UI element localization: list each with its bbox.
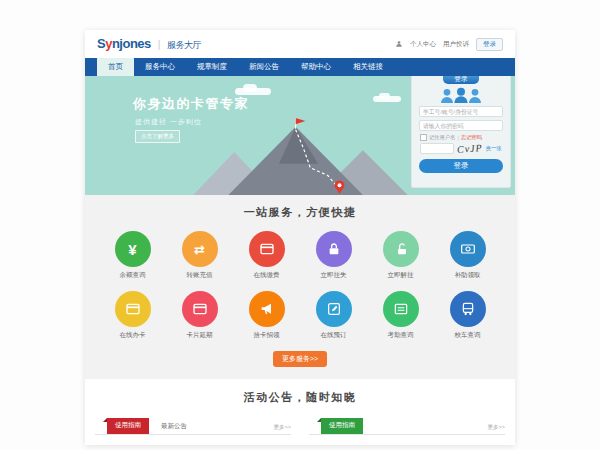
users-icon bbox=[439, 87, 483, 103]
news-panel: 使用指南 最新公告 更多>> bbox=[95, 415, 291, 435]
mountain-illustration bbox=[193, 117, 408, 195]
password-input[interactable] bbox=[419, 120, 503, 131]
edit-icon bbox=[316, 291, 352, 327]
site-header: Synjones | 服务大厅 个人中心 用户投诉 登录 bbox=[85, 30, 515, 58]
user-feedback-link[interactable]: 用户投诉 bbox=[443, 40, 469, 49]
nav-item-home[interactable]: 首页 bbox=[97, 58, 134, 76]
hero-banner: 你身边的卡管专家 提供捷径 一步到位 点击了解更多 登录 记住用户名 | 忘记密… bbox=[85, 76, 515, 195]
services-section: 一站服务，方便快捷 ¥ 余额查询 ⇄ 转账充值 在线缴费 立即挂失 bbox=[85, 195, 515, 379]
captcha-input[interactable] bbox=[420, 143, 454, 154]
service-hall-page: Synjones | 服务大厅 个人中心 用户投诉 登录 首页 服务中心 规章制… bbox=[85, 30, 515, 445]
nav-item-service-center[interactable]: 服务中心 bbox=[134, 58, 186, 76]
captcha-refresh-link[interactable]: 换一张 bbox=[486, 145, 502, 152]
usage-guide-ribbon[interactable]: 使用指南 bbox=[107, 418, 149, 434]
login-panel: 登录 记住用户名 | 忘记密码 CvJP 换一张 登录 bbox=[411, 76, 511, 188]
main-nav: 首页 服务中心 规章制度 新闻公告 帮助中心 相关链接 bbox=[85, 58, 515, 76]
captcha-image: CvJP bbox=[457, 142, 483, 155]
synjones-logo[interactable]: Synjones | 服务大厅 bbox=[97, 36, 201, 52]
nav-item-news[interactable]: 新闻公告 bbox=[238, 58, 290, 76]
logo-accent: y bbox=[105, 36, 112, 51]
usage-guide-ribbon[interactable]: 使用指南 bbox=[321, 418, 363, 434]
personal-center-link[interactable]: 个人中心 bbox=[410, 40, 436, 49]
latest-news-tab[interactable]: 最新公告 bbox=[161, 422, 187, 434]
service-online-card-apply[interactable]: 在线办卡 bbox=[99, 291, 166, 340]
service-unfreeze-card[interactable]: 立即解挂 bbox=[367, 231, 434, 280]
banknote-icon bbox=[450, 231, 486, 267]
username-input[interactable] bbox=[419, 106, 503, 117]
announcements-section: 活动公告，随时知晓 使用指南 最新公告 更多>> 使用指南 更多>> bbox=[85, 379, 515, 445]
logo-divider: | bbox=[158, 39, 160, 50]
more-services-button[interactable]: 更多服务>> bbox=[273, 351, 327, 367]
announcements-heading: 活动公告，随时知晓 bbox=[85, 390, 515, 405]
hero-subtitle: 提供捷径 一步到位 bbox=[135, 117, 202, 127]
service-online-payment[interactable]: 在线缴费 bbox=[233, 231, 300, 280]
news-more-link[interactable]: 更多>> bbox=[274, 424, 291, 434]
login-submit-button[interactable]: 登录 bbox=[419, 159, 503, 173]
announcement-panels: 使用指南 最新公告 更多>> 使用指南 更多>> bbox=[95, 415, 505, 435]
service-balance-query[interactable]: ¥ 余额查询 bbox=[99, 231, 166, 280]
remember-row: 记住用户名 | 忘记密码 bbox=[420, 134, 502, 141]
logo-text-rest: njones bbox=[112, 36, 151, 51]
bank-card-icon bbox=[182, 291, 218, 327]
remember-label: 记住用户名 bbox=[429, 134, 455, 141]
remember-divider: | bbox=[457, 135, 458, 141]
unlock-icon bbox=[383, 231, 419, 267]
services-heading: 一站服务，方便快捷 bbox=[85, 205, 515, 220]
logo-text: S bbox=[97, 36, 105, 51]
service-card-renewal[interactable]: 卡片延期 bbox=[166, 291, 233, 340]
cloud-shape bbox=[235, 88, 271, 95]
service-lost-card-claim[interactable]: 拾卡招领 bbox=[233, 291, 300, 340]
captcha-row: CvJP 换一张 bbox=[420, 143, 502, 154]
service-online-booking[interactable]: 在线预订 bbox=[300, 291, 367, 340]
service-transfer-recharge[interactable]: ⇄ 转账充值 bbox=[166, 231, 233, 280]
transfer-arrows-icon: ⇄ bbox=[182, 231, 218, 267]
remember-checkbox[interactable] bbox=[420, 134, 427, 141]
site-title: 服务大厅 bbox=[167, 39, 201, 52]
user-icon bbox=[395, 40, 403, 48]
service-subsidy-collect[interactable]: 补助领取 bbox=[434, 231, 501, 280]
yen-icon: ¥ bbox=[115, 231, 151, 267]
service-report-loss[interactable]: 立即挂失 bbox=[300, 231, 367, 280]
forgot-password-link[interactable]: 忘记密码 bbox=[461, 134, 482, 141]
guide-panel: 使用指南 更多>> bbox=[309, 415, 505, 435]
service-school-bus-query[interactable]: 校车查询 bbox=[434, 291, 501, 340]
cloud-shape bbox=[373, 96, 401, 102]
hero-learn-more-button[interactable]: 点击了解更多 bbox=[135, 130, 180, 143]
lock-icon bbox=[316, 231, 352, 267]
login-tab[interactable]: 登录 bbox=[443, 76, 479, 84]
nav-item-related-links[interactable]: 相关链接 bbox=[342, 58, 394, 76]
service-attendance-query[interactable]: 考勤查询 bbox=[367, 291, 434, 340]
hero-title: 你身边的卡管专家 bbox=[133, 95, 249, 113]
nav-item-rules[interactable]: 规章制度 bbox=[186, 58, 238, 76]
header-account-area: 个人中心 用户投诉 登录 bbox=[395, 38, 503, 51]
bank-card-icon bbox=[249, 231, 285, 267]
nav-item-help-center[interactable]: 帮助中心 bbox=[290, 58, 342, 76]
bus-icon bbox=[450, 291, 486, 327]
bank-card-icon bbox=[115, 291, 151, 327]
header-login-button[interactable]: 登录 bbox=[476, 38, 503, 51]
services-grid: ¥ 余额查询 ⇄ 转账充值 在线缴费 立即挂失 bbox=[99, 231, 501, 340]
guide-more-link[interactable]: 更多>> bbox=[488, 424, 505, 434]
list-icon bbox=[383, 291, 419, 327]
megaphone-icon bbox=[249, 291, 285, 327]
